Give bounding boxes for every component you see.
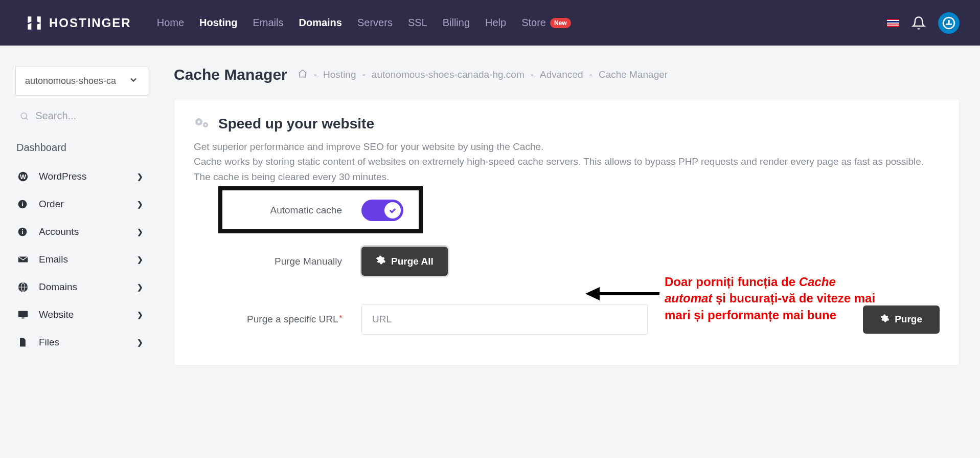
main-content: Cache Manager - Hosting - autonomous-sho… — [158, 66, 980, 366]
domain-selector-value: autonomous-shoes-ca — [25, 76, 116, 86]
nav-ssl[interactable]: SSL — [408, 17, 427, 29]
sidebar-item-files[interactable]: Files ❯ — [15, 329, 148, 356]
envelope-icon — [17, 254, 33, 265]
nav-store-label: Store — [521, 17, 546, 29]
chevron-right-icon: ❯ — [137, 255, 143, 264]
svg-rect-3 — [946, 24, 952, 25]
svg-rect-12 — [22, 231, 23, 234]
breadcrumb-item[interactable]: Cache Manager — [599, 69, 668, 80]
top-nav: HOSTINGER Home Hosting Emails Domains Se… — [0, 0, 980, 46]
sidebar-item-label: WordPress — [39, 171, 137, 182]
chevron-right-icon: ❯ — [137, 311, 143, 319]
row-label-url: Purge a specific URL* — [194, 314, 347, 325]
nav-help[interactable]: Help — [485, 17, 506, 29]
nav-servers[interactable]: Servers — [357, 17, 393, 29]
sidebar-item-website[interactable]: Website ❯ — [15, 301, 148, 329]
breadcrumb: - Hosting - autonomous-shoes-canada-hg.c… — [298, 69, 668, 81]
sidebar-section-label: Dashboard — [15, 142, 148, 154]
chevron-right-icon: ❯ — [137, 228, 143, 236]
breadcrumb-item[interactable]: autonomous-shoes-canada-hg.com — [372, 69, 525, 80]
home-icon[interactable] — [298, 69, 308, 81]
sidebar: autonomous-shoes-ca Dashboard W WordPres… — [0, 66, 158, 366]
row-automatic-cache: Automatic cache — [194, 200, 940, 221]
svg-rect-15 — [18, 311, 28, 317]
nav-items: Home Hosting Emails Domains Servers SSL … — [157, 17, 571, 29]
globe-icon — [17, 281, 33, 293]
cache-card: Speed up your website Get superior perfo… — [174, 99, 960, 366]
chevron-right-icon: ❯ — [137, 283, 143, 291]
sidebar-item-domains[interactable]: Domains ❯ — [15, 273, 148, 301]
sidebar-search[interactable] — [15, 110, 148, 132]
svg-rect-9 — [22, 203, 23, 206]
chevron-right-icon: ❯ — [137, 172, 143, 181]
svg-line-5 — [26, 118, 28, 120]
sidebar-item-label: Order — [39, 199, 137, 210]
svg-point-4 — [21, 113, 27, 118]
nav-right — [887, 12, 960, 34]
purge-label: Purge — [895, 314, 922, 325]
main-header: Cache Manager - Hosting - autonomous-sho… — [174, 66, 960, 83]
sidebar-item-wordpress[interactable]: W WordPress ❯ — [15, 163, 148, 190]
page-body: autonomous-shoes-ca Dashboard W WordPres… — [0, 46, 980, 366]
purge-button[interactable]: Purge — [863, 306, 940, 334]
nav-billing[interactable]: Billing — [443, 17, 470, 29]
chevron-right-icon: ❯ — [137, 338, 143, 346]
sidebar-item-label: Domains — [39, 281, 137, 293]
brand-name: HOSTINGER — [49, 16, 131, 30]
gears-icon — [194, 116, 210, 132]
sidebar-item-order[interactable]: Order ❯ — [15, 190, 148, 218]
sidebar-item-label: Website — [39, 309, 137, 320]
nav-home[interactable]: Home — [157, 17, 184, 29]
sidebar-item-accounts[interactable]: Accounts ❯ — [15, 218, 148, 246]
brand-logo[interactable]: HOSTINGER — [26, 14, 131, 32]
sidebar-item-label: Files — [39, 337, 137, 348]
purge-all-button[interactable]: Purge All — [361, 247, 448, 276]
domain-selector[interactable]: autonomous-shoes-ca — [15, 66, 148, 96]
breadcrumb-item[interactable]: Hosting — [323, 69, 356, 80]
card-title: Speed up your website — [218, 116, 374, 132]
card-description: Get superior performance and improve SEO… — [194, 139, 940, 184]
svg-rect-2 — [948, 20, 949, 24]
new-badge: New — [550, 18, 571, 28]
hostinger-logo-icon — [26, 14, 43, 32]
svg-rect-16 — [21, 318, 25, 319]
page-title: Cache Manager — [174, 66, 287, 83]
chevron-right-icon: ❯ — [137, 200, 143, 208]
breadcrumb-item[interactable]: Advanced — [540, 69, 583, 80]
gear-icon — [376, 255, 386, 268]
purge-all-label: Purge All — [391, 256, 434, 267]
purge-url-input[interactable] — [361, 304, 648, 335]
sidebar-item-label: Emails — [39, 254, 137, 265]
row-label-auto: Automatic cache — [194, 205, 347, 216]
svg-rect-13 — [22, 229, 23, 230]
nav-store[interactable]: Store New — [521, 17, 571, 29]
info-icon — [17, 199, 33, 209]
row-purge-url: Purge a specific URL* Purge — [194, 304, 940, 335]
nav-emails[interactable]: Emails — [253, 17, 283, 29]
row-label-purge: Purge Manually — [194, 256, 347, 267]
sidebar-item-label: Accounts — [39, 226, 137, 237]
svg-rect-10 — [22, 202, 23, 203]
required-asterisk: * — [339, 314, 342, 322]
chevron-down-icon — [128, 75, 139, 87]
language-flag-uk-icon[interactable] — [887, 19, 899, 27]
automatic-cache-toggle[interactable] — [361, 200, 403, 221]
nav-hosting[interactable]: Hosting — [199, 17, 237, 29]
nav-domains[interactable]: Domains — [299, 17, 342, 29]
user-avatar[interactable] — [938, 12, 960, 34]
svg-point-18 — [198, 121, 200, 123]
sidebar-item-emails[interactable]: Emails ❯ — [15, 246, 148, 273]
row-purge-manually: Purge Manually Purge All — [194, 247, 940, 276]
search-input[interactable] — [35, 110, 144, 122]
monitor-icon — [17, 309, 33, 320]
gear-icon — [880, 314, 890, 325]
info-icon — [17, 227, 33, 237]
toggle-knob-check-icon — [384, 202, 401, 219]
svg-point-20 — [204, 124, 207, 126]
card-heading: Speed up your website — [194, 116, 940, 132]
svg-text:W: W — [20, 173, 27, 181]
wordpress-icon: W — [17, 171, 33, 182]
notifications-bell-icon[interactable] — [911, 16, 926, 30]
file-icon — [17, 337, 33, 348]
